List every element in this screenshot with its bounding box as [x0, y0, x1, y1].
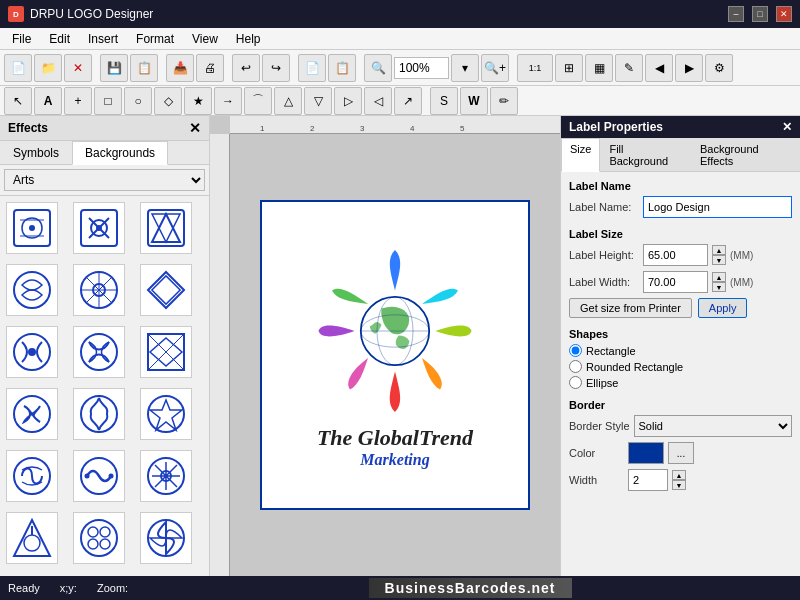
symbol-4[interactable]: [6, 264, 58, 316]
symbol-8[interactable]: [73, 326, 125, 378]
effects-close-button[interactable]: ✕: [189, 120, 201, 136]
tab-background-effects[interactable]: Background Effects: [691, 138, 800, 171]
diamond-tool[interactable]: ◇: [154, 87, 182, 115]
border-color-picker-button[interactable]: ...: [668, 442, 694, 464]
tab-size[interactable]: Size: [561, 138, 600, 172]
zoom-out-button[interactable]: 🔍: [364, 54, 392, 82]
svg-point-4: [96, 225, 102, 231]
label-name-input[interactable]: [643, 196, 792, 218]
edit-mode-button[interactable]: ✎: [615, 54, 643, 82]
svg-point-18: [81, 396, 117, 432]
symbol-17[interactable]: [73, 512, 125, 564]
select-tool[interactable]: ↖: [4, 87, 32, 115]
arc-tool[interactable]: ↗: [394, 87, 422, 115]
triangle2-tool[interactable]: ▽: [304, 87, 332, 115]
border-width-input[interactable]: [628, 469, 668, 491]
close-doc-button[interactable]: ✕: [64, 54, 92, 82]
wordart-tool[interactable]: W: [460, 87, 488, 115]
next-button[interactable]: ▶: [675, 54, 703, 82]
menu-help[interactable]: Help: [228, 30, 269, 48]
settings-button[interactable]: ⚙: [705, 54, 733, 82]
close-button[interactable]: ✕: [776, 6, 792, 22]
zoom-dropdown[interactable]: ▾: [451, 54, 479, 82]
label-width-label: Label Width:: [569, 276, 639, 288]
redo-button[interactable]: ↪: [262, 54, 290, 82]
arrow-tool[interactable]: →: [214, 87, 242, 115]
menu-file[interactable]: File: [4, 30, 39, 48]
symbol-11[interactable]: [73, 388, 125, 440]
insert-tool[interactable]: +: [64, 87, 92, 115]
menu-insert[interactable]: Insert: [80, 30, 126, 48]
zoom-in-button[interactable]: 🔍+: [481, 54, 509, 82]
symbol-12[interactable]: [140, 388, 192, 440]
svg-marker-20: [150, 400, 182, 430]
tab-backgrounds[interactable]: Backgrounds: [72, 141, 168, 165]
arrow2-tool[interactable]: ▷: [334, 87, 362, 115]
symbol-16[interactable]: [6, 512, 58, 564]
import-button[interactable]: 📥: [166, 54, 194, 82]
symbol-tool[interactable]: S: [430, 87, 458, 115]
border-width-down[interactable]: ▼: [672, 480, 686, 490]
rectangle-tool[interactable]: □: [94, 87, 122, 115]
symbol-7[interactable]: [6, 326, 58, 378]
maximize-button[interactable]: □: [752, 6, 768, 22]
open-button[interactable]: 📁: [34, 54, 62, 82]
symbol-10[interactable]: [6, 388, 58, 440]
copy-button[interactable]: 📄: [298, 54, 326, 82]
circle-tool[interactable]: ○: [124, 87, 152, 115]
get-size-button[interactable]: Get size from Printer: [569, 298, 692, 318]
label-width-up[interactable]: ▲: [712, 272, 726, 282]
label-properties-close[interactable]: ✕: [782, 120, 792, 134]
zoom-ratio-button[interactable]: 1:1: [517, 54, 553, 82]
border-style-select[interactable]: Solid Dashed Dotted: [634, 415, 792, 437]
menu-edit[interactable]: Edit: [41, 30, 78, 48]
label-width-input[interactable]: [643, 271, 708, 293]
minimize-button[interactable]: –: [728, 6, 744, 22]
label-height-input[interactable]: [643, 244, 708, 266]
symbol-18[interactable]: [140, 512, 192, 564]
pen-tool[interactable]: ✏: [490, 87, 518, 115]
symbol-6[interactable]: [140, 264, 192, 316]
triangle-tool[interactable]: △: [274, 87, 302, 115]
apply-button[interactable]: Apply: [698, 298, 748, 318]
print-button[interactable]: 🖨: [196, 54, 224, 82]
star-tool[interactable]: ★: [184, 87, 212, 115]
save-as-button[interactable]: 📋: [130, 54, 158, 82]
symbol-13[interactable]: [6, 450, 58, 502]
size-buttons-row: Get size from Printer Apply: [569, 298, 792, 318]
shape-rectangle-radio[interactable]: [569, 344, 582, 357]
design-area: The GlobalTrend Marketing: [260, 200, 530, 510]
shape-ellipse-radio[interactable]: [569, 376, 582, 389]
label-height-down[interactable]: ▼: [712, 255, 726, 265]
menu-view[interactable]: View: [184, 30, 226, 48]
symbol-1[interactable]: [6, 202, 58, 254]
symbol-5[interactable]: [73, 264, 125, 316]
symbol-15[interactable]: [140, 450, 192, 502]
shape-rounded-radio[interactable]: [569, 360, 582, 373]
border-color-swatch[interactable]: [628, 442, 664, 464]
new-button[interactable]: 📄: [4, 54, 32, 82]
prev-button[interactable]: ◀: [645, 54, 673, 82]
arrow3-tool[interactable]: ◁: [364, 87, 392, 115]
symbol-14[interactable]: [73, 450, 125, 502]
paste-button[interactable]: 📋: [328, 54, 356, 82]
view1-button[interactable]: ▦: [585, 54, 613, 82]
shape-ellipse-row: Ellipse: [569, 376, 792, 389]
symbol-2[interactable]: [73, 202, 125, 254]
border-width-up[interactable]: ▲: [672, 470, 686, 480]
symbol-9[interactable]: [140, 326, 192, 378]
tab-symbols[interactable]: Symbols: [0, 141, 72, 164]
curve-tool[interactable]: ⌒: [244, 87, 272, 115]
label-height-up[interactable]: ▲: [712, 245, 726, 255]
label-width-down[interactable]: ▼: [712, 282, 726, 292]
zoom-input[interactable]: 100%: [394, 57, 449, 79]
text-tool[interactable]: A: [34, 87, 62, 115]
undo-button[interactable]: ↩: [232, 54, 260, 82]
symbol-3[interactable]: [140, 202, 192, 254]
save-button[interactable]: 💾: [100, 54, 128, 82]
menu-format[interactable]: Format: [128, 30, 182, 48]
category-select[interactable]: Arts Nature Business: [4, 169, 205, 191]
label-name-row: Label Name:: [569, 196, 792, 218]
tab-fill-background[interactable]: Fill Background: [600, 138, 691, 171]
grid-button[interactable]: ⊞: [555, 54, 583, 82]
